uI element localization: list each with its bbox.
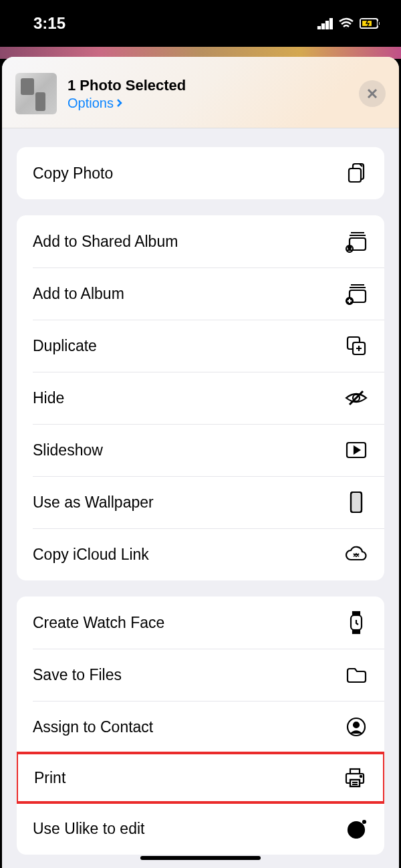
watch-icon [344,611,368,635]
assign-contact-row[interactable]: Assign to Contact [17,701,384,753]
ulike-icon [344,817,368,841]
shared-album-icon [344,229,368,253]
row-label: Hide [33,389,64,407]
duplicate-icon [344,334,368,358]
battery-charging-icon [360,17,381,29]
row-label: Save to Files [33,666,122,684]
row-label: Copy iCloud Link [33,546,149,564]
folder-icon [344,663,368,687]
sheet-header: 1 Photo Selected Options [2,57,399,128]
action-group-1: Copy Photo [17,147,384,199]
wifi-icon [338,17,354,29]
row-label: Add to Shared Album [33,233,178,251]
save-files-row[interactable]: Save to Files [17,649,384,701]
status-bar: 3:15 [0,0,401,47]
wallpaper-row[interactable]: Use as Wallpaper [17,476,384,528]
slideshow-row[interactable]: Slideshow [17,424,384,476]
svg-rect-14 [351,492,362,512]
sheet-body[interactable]: Copy Photo Add to Shared Album Add to Al… [2,128,399,865]
svg-point-7 [348,246,351,249]
svg-point-0 [346,27,348,29]
print-row[interactable]: Print [17,752,384,804]
watch-face-row[interactable]: Create Watch Face [17,596,384,649]
svg-rect-4 [349,169,361,182]
row-label: Copy Photo [33,165,113,183]
add-album-row[interactable]: Add to Album [17,267,384,320]
ulike-edit-row[interactable]: Use Ulike to edit [17,802,384,855]
action-group-3: Create Watch Face Save to Files Assign t… [17,596,384,855]
row-label: Slideshow [33,441,103,459]
slideshow-icon [344,438,368,462]
contact-icon [344,715,368,739]
svg-point-20 [354,722,359,728]
copy-icon [344,161,368,185]
photo-thumbnail [15,73,57,114]
row-label: Duplicate [33,337,97,355]
icloud-link-row[interactable]: Copy iCloud Link [17,528,384,580]
svg-point-27 [363,821,366,823]
row-label: Assign to Contact [33,718,153,736]
cellular-icon [317,17,333,29]
svg-rect-2 [378,21,380,25]
sheet-title: 1 Photo Selected [68,77,348,94]
share-sheet: 1 Photo Selected Options Copy Photo Add … [2,57,399,868]
svg-point-25 [360,776,362,777]
chevron-right-icon [116,98,123,108]
row-label: Use as Wallpaper [33,494,154,512]
row-label: Use Ulike to edit [33,820,144,838]
hide-icon [344,386,368,410]
hide-row[interactable]: Hide [17,372,384,424]
cloud-link-icon [344,542,368,566]
action-group-2: Add to Shared Album Add to Album Duplica… [17,215,384,580]
header-text: 1 Photo Selected Options [68,77,348,111]
options-label: Options [68,96,114,111]
copy-photo-row[interactable]: Copy Photo [17,147,384,199]
add-shared-album-row[interactable]: Add to Shared Album [17,215,384,267]
add-album-icon [344,282,368,306]
row-label: Create Watch Face [33,614,164,632]
row-label: Print [34,769,65,787]
wallpaper-icon [344,490,368,514]
close-icon [366,88,378,100]
options-button[interactable]: Options [68,96,348,111]
svg-point-26 [348,822,364,838]
duplicate-row[interactable]: Duplicate [17,320,384,372]
printer-icon [343,766,367,790]
home-indicator[interactable] [140,856,261,860]
status-icons [317,17,381,29]
close-button[interactable] [359,80,386,107]
status-time: 3:15 [33,14,65,33]
row-label: Add to Album [33,285,124,303]
